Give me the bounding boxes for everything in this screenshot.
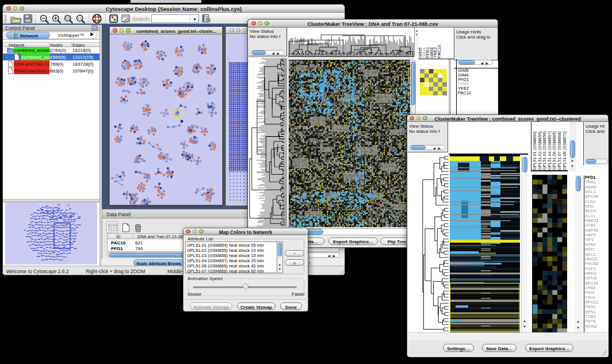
svg-text:GPL51-08 (GSM872): GPL51-08 (GSM872) [562, 131, 567, 170]
svg-text:PAC10: PAC10 [437, 45, 442, 58]
svg-text:1:1: 1:1 [78, 17, 82, 20]
